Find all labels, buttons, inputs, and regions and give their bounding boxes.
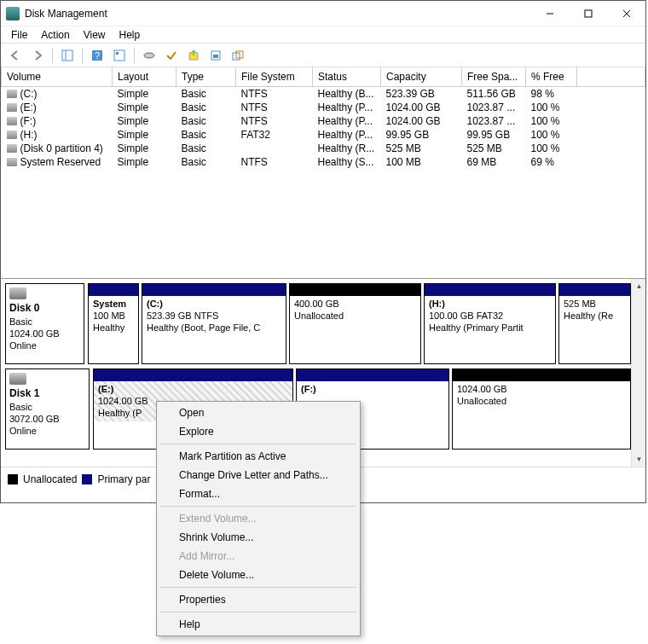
table-row[interactable]: (E:)SimpleBasicNTFSHealthy (P...1024.00 … — [2, 101, 645, 114]
col-volume[interactable]: Volume — [2, 67, 113, 86]
column-headers[interactable]: Volume Layout Type File System Status Ca… — [2, 67, 645, 86]
back-button[interactable] — [6, 46, 25, 65]
legend-primary-label: Primary par — [97, 473, 150, 485]
scroll-down-icon[interactable]: ▼ — [632, 452, 646, 467]
volume-icon — [7, 90, 17, 98]
menu-item[interactable]: Format... — [159, 484, 358, 503]
menu-view[interactable]: View — [78, 27, 111, 43]
menubar: File Action View Help — [1, 26, 645, 44]
minimize-button[interactable] — [530, 2, 569, 26]
svg-rect-13 — [213, 55, 218, 58]
partition[interactable]: System100 MBHealthy — [88, 283, 139, 364]
table-row[interactable]: (C:)SimpleBasicNTFSHealthy (B...523.39 G… — [2, 86, 645, 101]
scroll-up-icon[interactable]: ▲ — [632, 279, 646, 293]
vertical-scrollbar[interactable]: ▲ ▼ — [631, 279, 645, 467]
partition-bar — [142, 284, 286, 296]
window-title: Disk Management — [25, 8, 530, 20]
volume-icon — [7, 144, 17, 153]
volume-table: Volume Layout Type File System Status Ca… — [1, 67, 645, 169]
volume-icon — [7, 158, 17, 166]
disk-row: Disk 0Basic1024.00 GBOnlineSystem100 MBH… — [5, 283, 631, 364]
menu-separator — [160, 444, 356, 444]
settings-button[interactable] — [110, 46, 129, 65]
col-status[interactable]: Status — [313, 67, 381, 86]
menu-help[interactable]: Help — [114, 27, 146, 43]
disk-header[interactable]: Disk 0Basic1024.00 GBOnline — [5, 283, 84, 364]
legend-unallocated-label: Unallocated — [23, 473, 77, 485]
check-button[interactable] — [162, 46, 181, 65]
show-hide-tree-button[interactable] — [58, 46, 77, 65]
disk-icon — [9, 373, 26, 385]
app-icon — [6, 7, 20, 20]
action2-button[interactable] — [206, 46, 225, 65]
menu-item[interactable]: Delete Volume... — [159, 566, 358, 584]
menu-separator — [160, 506, 356, 507]
toolbar: ? — [1, 44, 645, 67]
partition-bar — [425, 284, 555, 296]
menu-item[interactable]: Explore — [159, 422, 358, 441]
maximize-button[interactable] — [569, 2, 607, 26]
partition-bar — [94, 369, 292, 381]
partition-bar — [89, 284, 138, 296]
menu-file[interactable]: File — [6, 27, 32, 43]
forward-button[interactable] — [28, 46, 47, 65]
svg-rect-4 — [62, 50, 72, 61]
menu-separator — [160, 587, 356, 588]
svg-point-10 — [144, 53, 154, 58]
volume-list-pane[interactable]: Volume Layout Type File System Status Ca… — [1, 67, 645, 279]
volume-icon — [7, 103, 17, 112]
partition-bar — [290, 284, 420, 296]
partition-bar — [559, 284, 630, 296]
disk-list-button[interactable] — [140, 46, 159, 65]
menu-item[interactable]: Help — [159, 615, 358, 634]
table-row[interactable]: (H:)SimpleBasicFAT32Healthy (P...99.95 G… — [2, 128, 645, 142]
table-row[interactable]: (Disk 0 partition 4)SimpleBasicHealthy (… — [2, 142, 645, 155]
partition[interactable]: (C:)523.39 GB NTFSHealthy (Boot, Page Fi… — [142, 283, 286, 364]
action3-button[interactable] — [229, 46, 247, 65]
col-pctfree[interactable]: % Free — [526, 67, 577, 86]
menu-item: Extend Volume... — [159, 509, 358, 528]
volume-icon — [7, 131, 17, 139]
disk-header[interactable]: Disk 1Basic3072.00 GBOnline — [5, 368, 90, 450]
menu-item[interactable]: Mark Partition as Active — [159, 447, 358, 466]
partition[interactable]: 400.00 GBUnallocated — [289, 283, 421, 364]
svg-rect-8 — [114, 50, 124, 61]
volume-icon — [7, 117, 17, 125]
action1-button[interactable] — [184, 46, 203, 65]
partition-bar — [453, 369, 630, 381]
partition[interactable]: 525 MBHealthy (Re — [558, 283, 631, 364]
svg-text:?: ? — [95, 50, 100, 61]
menu-item[interactable]: Properties — [159, 590, 358, 609]
svg-rect-1 — [585, 10, 592, 17]
menu-item[interactable]: Change Drive Letter and Paths... — [159, 466, 358, 484]
table-row[interactable]: System ReservedSimpleBasicNTFSHealthy (S… — [2, 155, 645, 169]
col-capacity[interactable]: Capacity — [381, 67, 462, 86]
partition[interactable]: (H:)100.00 GB FAT32Healthy (Primary Part… — [424, 283, 556, 364]
partition-bar — [297, 369, 448, 381]
disk-icon — [9, 287, 26, 299]
legend-primary-swatch — [82, 474, 92, 484]
col-layout[interactable]: Layout — [113, 67, 176, 86]
table-row[interactable]: (F:)SimpleBasicNTFSHealthy (P...1024.00 … — [2, 114, 645, 128]
menu-separator — [160, 612, 356, 612]
col-fs[interactable]: File System — [236, 67, 313, 86]
menu-item[interactable]: Shrink Volume... — [159, 528, 358, 547]
svg-rect-9 — [116, 52, 119, 55]
close-button[interactable] — [607, 2, 645, 26]
context-menu[interactable]: OpenExploreMark Partition as ActiveChang… — [156, 401, 361, 636]
col-free[interactable]: Free Spa... — [462, 67, 526, 86]
partition[interactable]: 1024.00 GBUnallocated — [452, 368, 631, 450]
menu-item: Add Mirror... — [159, 547, 358, 566]
help-button[interactable]: ? — [88, 46, 107, 65]
legend-unallocated-swatch — [8, 474, 18, 484]
titlebar: Disk Management — [1, 1, 645, 26]
col-type[interactable]: Type — [176, 67, 236, 86]
menu-item[interactable]: Open — [159, 403, 358, 422]
menu-action[interactable]: Action — [36, 27, 74, 43]
